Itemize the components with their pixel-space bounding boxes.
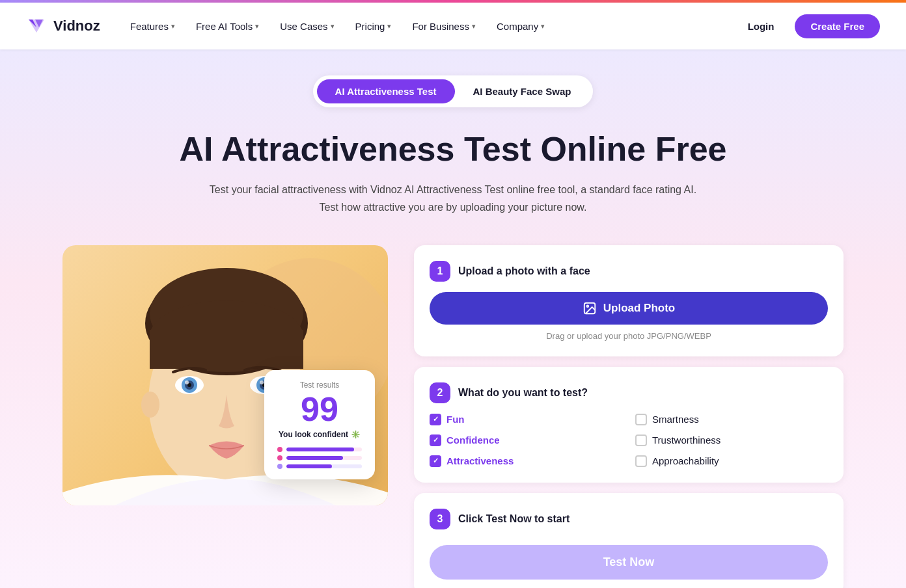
svg-point-14 xyxy=(185,381,189,384)
tab-ai-beauty-face-swap[interactable]: AI Beauty Face Swap xyxy=(455,79,590,103)
chevron-down-icon: ▾ xyxy=(472,22,476,31)
nav-links: Features ▾ Free AI Tools ▾ Use Cases ▾ P… xyxy=(121,16,737,37)
step-3-number: 3 xyxy=(430,509,450,529)
checkbox-grid: ✓ Fun Smartness ✓ Confidence xyxy=(430,414,828,467)
step-2-number: 2 xyxy=(430,382,450,403)
nav-actions: Login Create Free xyxy=(737,14,880,38)
step-2-title: What do you want to test? xyxy=(458,387,588,399)
chevron-down-icon: ▾ xyxy=(171,22,175,31)
checkbox-fun[interactable]: ✓ Fun xyxy=(430,414,622,425)
upload-photo-button[interactable]: Upload Photo xyxy=(430,292,828,325)
svg-point-21 xyxy=(586,305,588,307)
nav-item-free-ai-tools[interactable]: Free AI Tools ▾ xyxy=(187,16,268,37)
bar-row xyxy=(277,464,362,469)
checkbox-smartness-box xyxy=(635,414,647,425)
tab-switcher: AI Attractiveness Test AI Beauty Face Sw… xyxy=(313,75,594,107)
main-content: AI Attractiveness Test AI Beauty Face Sw… xyxy=(0,49,906,588)
result-score: 99 xyxy=(277,392,362,426)
nav-item-for-business[interactable]: For Business ▾ xyxy=(403,16,485,37)
svg-rect-7 xyxy=(150,330,303,369)
bar-track xyxy=(286,448,362,451)
login-button[interactable]: Login xyxy=(737,16,785,37)
step-1-card: 1 Upload a photo with a face Upload Phot… xyxy=(414,245,844,356)
image-icon xyxy=(583,301,597,315)
bar-fill xyxy=(286,464,332,468)
content-area: Test results 99 You look confident ✳️ xyxy=(62,245,844,588)
step-2-header: 2 What do you want to test? xyxy=(430,382,828,403)
checkbox-attractiveness[interactable]: ✓ Attractiveness xyxy=(430,455,622,467)
checkbox-trustworthiness[interactable]: Trustworthiness xyxy=(635,434,828,446)
nav-item-company[interactable]: Company ▾ xyxy=(487,16,554,37)
test-now-button[interactable]: Test Now xyxy=(430,545,828,580)
create-free-button[interactable]: Create Free xyxy=(795,14,880,38)
checkbox-confidence-box: ✓ xyxy=(430,434,441,446)
result-label: Test results xyxy=(277,381,362,390)
nav-item-pricing[interactable]: Pricing ▾ xyxy=(346,16,401,37)
bar-fill xyxy=(286,456,343,460)
step-1-title: Upload a photo with a face xyxy=(458,265,590,277)
nav-item-use-cases[interactable]: Use Cases ▾ xyxy=(271,16,343,37)
checkbox-confidence[interactable]: ✓ Confidence xyxy=(430,434,622,446)
nav-item-features[interactable]: Features ▾ xyxy=(121,16,184,37)
tab-ai-attractiveness-test[interactable]: AI Attractiveness Test xyxy=(317,79,455,103)
sparkle-icon: ✳️ xyxy=(351,430,361,439)
result-description: You look confident ✳️ xyxy=(277,430,362,439)
upload-hint: Drag or upload your photo JPG/PNG/WEBP xyxy=(430,331,828,341)
checkbox-smartness[interactable]: Smartness xyxy=(635,414,828,425)
checkbox-approachability-box xyxy=(635,455,647,467)
image-panel: Test results 99 You look confident ✳️ xyxy=(62,245,388,505)
chevron-down-icon: ▾ xyxy=(255,22,259,31)
checkbox-approachability[interactable]: Approachability xyxy=(635,455,828,467)
hero-subtitle: Test your facial attractiveness with Vid… xyxy=(206,181,700,216)
checkbox-trustworthiness-box xyxy=(635,434,647,446)
svg-point-19 xyxy=(260,381,264,384)
bar-fill xyxy=(286,448,354,451)
bar-row xyxy=(277,447,362,452)
step-3-title: Click Test Now to start xyxy=(458,513,570,525)
step-3-card: 3 Click Test Now to start Test Now xyxy=(414,493,844,588)
svg-point-8 xyxy=(141,392,159,418)
bar-dot xyxy=(277,455,282,461)
logo-icon xyxy=(26,14,49,38)
step-3-header: 3 Click Test Now to start xyxy=(430,509,828,529)
bar-dot xyxy=(277,464,282,469)
page-title: AI Attractiveness Test Online Free xyxy=(39,131,867,168)
bar-row xyxy=(277,455,362,461)
checkbox-attractiveness-box: ✓ xyxy=(430,455,441,467)
step-1-number: 1 xyxy=(430,261,450,282)
step-2-card: 2 What do you want to test? ✓ Fun Smartn… xyxy=(414,367,844,483)
chevron-down-icon: ▾ xyxy=(541,22,545,31)
bar-track xyxy=(286,464,362,468)
logo-text: Vidnoz xyxy=(53,18,100,34)
step-1-header: 1 Upload a photo with a face xyxy=(430,261,828,282)
checkbox-fun-box: ✓ xyxy=(430,414,441,425)
result-card: Test results 99 You look confident ✳️ xyxy=(264,370,375,479)
right-panel: 1 Upload a photo with a face Upload Phot… xyxy=(414,245,844,588)
navbar: Vidnoz Features ▾ Free AI Tools ▾ Use Ca… xyxy=(0,3,906,49)
bar-track xyxy=(286,456,362,460)
bar-dot xyxy=(277,447,282,452)
result-bars xyxy=(277,447,362,469)
chevron-down-icon: ▾ xyxy=(331,22,335,31)
logo[interactable]: Vidnoz xyxy=(26,14,100,38)
chevron-down-icon: ▾ xyxy=(387,22,391,31)
